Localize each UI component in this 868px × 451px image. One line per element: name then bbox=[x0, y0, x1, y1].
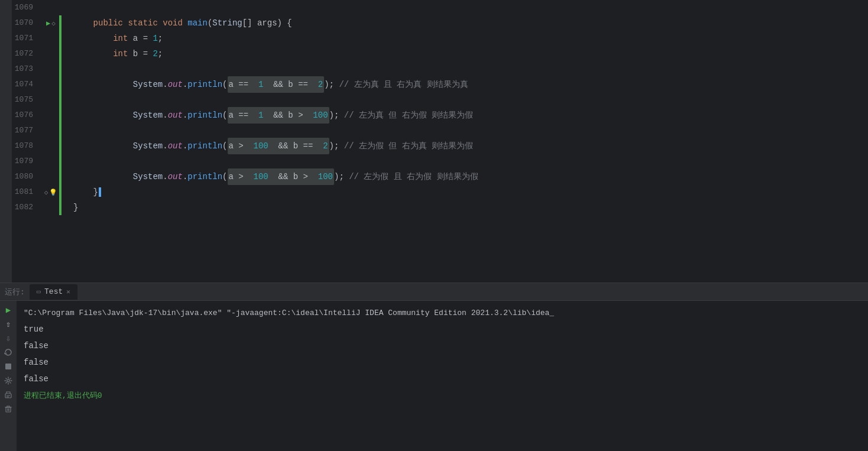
code-line-1069 bbox=[73, 0, 868, 15]
gutter-1081: ◇ 💡 bbox=[43, 184, 59, 200]
code-line-1072: int b = 2 ; bbox=[73, 46, 868, 61]
settings-button[interactable] bbox=[2, 374, 15, 387]
gutter-1075 bbox=[43, 92, 59, 108]
delete-button[interactable] bbox=[2, 403, 15, 416]
code-line-1082: } bbox=[73, 200, 868, 215]
code-line-1077 bbox=[73, 123, 868, 138]
gutter-1073 bbox=[43, 61, 59, 77]
code-line-1075 bbox=[73, 92, 868, 108]
comment-1078: // 左为假 但 右为真 则结果为假 bbox=[344, 138, 473, 154]
process-end-text: 进程已结束,退出代码0 bbox=[24, 390, 102, 401]
result-false-3-text: false bbox=[24, 374, 48, 384]
svg-rect-5 bbox=[6, 407, 11, 412]
play-button[interactable]: ▶ bbox=[2, 303, 15, 316]
code-line-1078: System . out . println ( a > 100 && b ==… bbox=[73, 138, 868, 154]
method-main: main bbox=[187, 15, 208, 31]
bookmark-icon-1070: ◇ bbox=[51, 20, 56, 27]
gutter-1071 bbox=[43, 31, 59, 46]
gutter-1079 bbox=[43, 154, 59, 169]
gutter-icons: ▶ ◇ ◇ 💡 bbox=[43, 0, 59, 283]
output-content: "C:\Program Files\Java\jdk-17\bin\java.e… bbox=[17, 301, 868, 451]
line-num-1078: 1078 bbox=[12, 138, 38, 154]
out-1074: out bbox=[168, 77, 183, 92]
result-false-2-text: false bbox=[24, 358, 48, 367]
bp-1070 bbox=[59, 15, 61, 31]
result-false-3: false bbox=[24, 371, 861, 387]
run-output: ▶ ⇧ ⇩ bbox=[0, 301, 868, 451]
cursor bbox=[99, 187, 101, 197]
run-sidebar: ▶ ⇧ ⇩ bbox=[0, 301, 17, 451]
bp-1072 bbox=[59, 46, 61, 61]
num-2: 2 bbox=[153, 46, 157, 61]
bp-1082 bbox=[59, 200, 61, 215]
keyword-int-a: int bbox=[113, 31, 128, 46]
bottom-tabs: 运行: ▭ Test ✕ bbox=[0, 283, 868, 301]
line-num-1082: 1082 bbox=[12, 200, 38, 215]
keyword-static: static bbox=[128, 15, 157, 31]
keyword-void: void bbox=[163, 15, 183, 31]
code-line-1081: } bbox=[73, 184, 868, 200]
system-1076: System bbox=[133, 108, 163, 123]
tab-test-label: Test bbox=[44, 287, 63, 296]
println-1074: println bbox=[187, 77, 222, 92]
gutter-1070: ▶ ◇ bbox=[43, 15, 59, 31]
line-num-1069: 1069 bbox=[12, 0, 38, 15]
bp-1075 bbox=[59, 92, 61, 108]
rerun-button[interactable] bbox=[2, 346, 15, 359]
out-1080: out bbox=[168, 169, 183, 184]
code-line-1071: int a = 1 ; bbox=[73, 31, 868, 46]
out-1076: out bbox=[168, 108, 183, 123]
process-end-line: 进程已结束,退出代码0 bbox=[24, 387, 861, 404]
bp-1071 bbox=[59, 31, 61, 46]
line-num-1079: 1079 bbox=[12, 154, 38, 169]
comment-1076: // 左为真 但 右为假 则结果为假 bbox=[344, 108, 473, 123]
code-line-1070: public static void main ( String [] args… bbox=[73, 15, 868, 31]
line-num-1076: 1076 bbox=[12, 108, 38, 123]
code-line-1074: System . out . println ( a == 1 && b == … bbox=[73, 77, 868, 92]
gutter-1076 bbox=[43, 108, 59, 123]
left-sidebar bbox=[0, 0, 12, 283]
gutter-1072 bbox=[43, 46, 59, 61]
gutter-1080 bbox=[43, 169, 59, 184]
line-num-1074: 1074 bbox=[12, 77, 38, 92]
comment-1074: // 左为真 且 右为真 则结果为真 bbox=[339, 77, 468, 92]
svg-rect-4 bbox=[7, 397, 9, 397]
scroll-up-button[interactable]: ⇧ bbox=[2, 317, 15, 330]
bp-1074 bbox=[59, 77, 61, 92]
line-num-1072: 1072 bbox=[12, 46, 38, 61]
line-numbers: 1069 1070 1071 1072 1073 1074 1075 1076 … bbox=[12, 0, 43, 283]
result-false-1: false bbox=[24, 338, 861, 354]
indent-1070 bbox=[73, 15, 93, 31]
comment-1080: // 左为假 且 右为假 则结果为假 bbox=[349, 169, 478, 184]
result-false-2: false bbox=[24, 354, 861, 371]
print-button[interactable] bbox=[2, 388, 15, 401]
svg-rect-0 bbox=[5, 364, 11, 369]
lightbulb-icon[interactable]: 💡 bbox=[49, 189, 57, 196]
brace-inner-close: } bbox=[93, 184, 98, 200]
line-num-1080: 1080 bbox=[12, 169, 38, 184]
scroll-down-button[interactable]: ⇩ bbox=[2, 332, 15, 345]
class-string: String bbox=[212, 15, 242, 31]
gutter-1082 bbox=[43, 200, 59, 215]
code-line-1073 bbox=[73, 61, 868, 77]
cmd-line: "C:\Program Files\Java\jdk-17\bin\java.e… bbox=[24, 304, 861, 321]
tab-test[interactable]: ▭ Test ✕ bbox=[30, 284, 77, 300]
run-label: 运行: bbox=[5, 287, 25, 297]
code-line-1076: System . out . println ( a == 1 && b > 1… bbox=[73, 108, 868, 123]
code-editor: 1069 1070 1071 1072 1073 1074 1075 1076 … bbox=[12, 0, 868, 283]
code-content: public static void main ( String [] args… bbox=[61, 0, 868, 283]
bp-1077 bbox=[59, 123, 61, 138]
stop-button[interactable] bbox=[2, 360, 15, 373]
bp-1076 bbox=[59, 108, 61, 123]
num-1: 1 bbox=[153, 31, 157, 46]
line-num-1071: 1071 bbox=[12, 31, 38, 46]
bp-1069 bbox=[59, 0, 61, 15]
println-1076: println bbox=[187, 108, 222, 123]
brace-outer-close: } bbox=[73, 200, 78, 215]
bp-1078 bbox=[59, 138, 61, 154]
run-icon[interactable]: ▶ bbox=[46, 19, 50, 28]
keyword-int-b: int bbox=[113, 46, 128, 61]
svg-point-1 bbox=[7, 379, 9, 382]
gutter-1078 bbox=[43, 138, 59, 154]
tab-close-button[interactable]: ✕ bbox=[66, 288, 70, 296]
